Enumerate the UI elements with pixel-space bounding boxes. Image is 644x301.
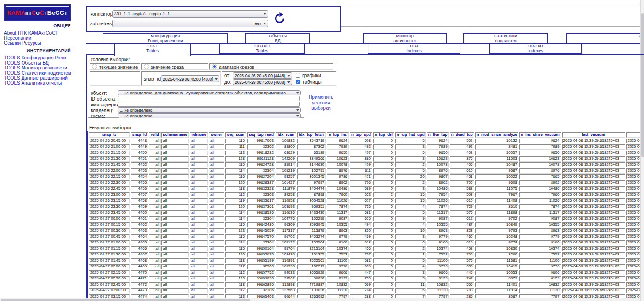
subtab-1[interactable]: OBJTables [114,44,191,56]
column-header[interactable]: n_tup_ins [327,132,349,138]
table-row: 2025-04-27 00:30:004463allallallall12399… [89,228,644,233]
table-cell: 9650 [427,150,449,156]
table-cell: all [209,204,224,209]
sidebar-link-tools-3[interactable]: TOOLS Монитор активности [4,66,71,71]
column-header[interactable]: relname [190,132,208,138]
table-cell: 10486 [427,186,449,192]
table-cell: 99621128 [247,156,275,162]
table-cell: 7874 [327,204,349,209]
table-cell: 99633617 [247,198,275,204]
table-cell: 65189 [297,150,326,156]
table-cell: 6 [395,240,426,245]
owner-select[interactable]: ... не определено [118,107,301,113]
table-cell: 2025-04-08 10:39:26.658245+03 [562,228,625,233]
table-cell: 639 [350,264,372,269]
schema-select[interactable]: ... не определено [118,113,301,118]
table-header-row: snap_tssnap_idrelidschemanamerelnameowne… [89,132,644,138]
tab-5[interactable]: СтатистикиОбъектов [566,33,644,43]
column-header[interactable]: schemaname [161,132,189,138]
column-header[interactable]: owner [209,132,224,138]
radio-icon[interactable] [144,64,149,69]
table-row: 2025-04-26 23:15:004458allallallall11999… [89,198,644,204]
chevron-down-icon [215,78,218,80]
column-header[interactable]: relid [149,132,161,138]
column-header[interactable]: seq_tup_read [247,132,275,138]
sidebar-link-general-1[interactable]: About ПТК КАМАктСоСТ [4,31,58,36]
sidebar-link-tools-1[interactable]: TOOLS Конфигурация Роли [4,56,71,61]
radio-option-3[interactable]: диапазон срезов [209,63,334,70]
horizontal-scrollbar-thumb[interactable] [1,299,250,301]
table-cell: 7967 [475,192,518,197]
column-header[interactable]: seq_scan [225,132,246,138]
tab-4[interactable]: Статистикиподсистем [463,33,548,43]
object-select[interactable]: ... не определено, для диапазона - сумми… [118,90,301,95]
table-cell: 0 [373,180,394,185]
radio-icon[interactable] [212,64,217,69]
refresh-icon[interactable] [273,12,286,27]
table-cell: 576 [450,258,474,264]
column-header[interactable]: n_ins_since_vacuum [519,132,561,138]
radio-option-2[interactable]: значение среза [141,63,208,70]
horizontal-scrollbar[interactable] [0,298,640,301]
column-header[interactable]: snap_ts [89,132,130,138]
table-cell: 96898 [297,276,326,281]
table-row: 2025-04-26 20:45:004448allallallall11599… [89,139,644,144]
tab-3[interactable]: Мониторактивности [363,33,447,43]
graphs-checkbox[interactable] [296,73,300,78]
subtab-2[interactable]: OBJ I/OTables [219,44,305,54]
table-cell: all [209,228,224,233]
column-header[interactable]: idx_tup_fetch [297,132,326,138]
sidebar-link-general-3[interactable]: Ссылки Ресурсы [4,41,58,46]
table-cell: 103693 [276,204,296,209]
table-cell: 4455 [131,180,148,185]
radio-option-1[interactable]: текущее значение [90,63,140,70]
table-cell: all [190,156,208,162]
table-cell: 8976 [327,168,349,174]
table-cell: 2025-04-08 10:39:26.658245+03 [562,174,625,180]
to-select[interactable]: 2025-04-29 08:45:00 [4688] [233,79,292,85]
column-header[interactable]: n_mod_since_analyze [475,132,518,138]
sidebar-link-tools-5[interactable]: TOOLS Данные расширений [4,76,71,81]
column-header[interactable]: last_vacuum [562,132,625,138]
vertical-scrollbar-thumb[interactable] [641,13,644,157]
table-cell: 114 [225,240,246,245]
table-cell: 2025-04-08 10:39:26.658245+03 [562,222,625,228]
name-contains-input[interactable] [118,102,300,107]
table-cell: all [190,204,208,209]
table-cell: 3215164 [297,246,326,252]
column-header[interactable]: n_live_tup [427,132,449,138]
column-header[interactable]: n_tup_hot_upd [395,132,426,138]
vertical-scrollbar[interactable] [640,0,644,301]
column-header[interactable]: n_dead_tup [450,132,474,138]
table-cell: 569 [350,282,372,288]
subtab-3[interactable]: OBJIndexes [368,44,460,54]
table-cell: 8902 [427,180,449,185]
table-cell: all [149,192,161,197]
subtab-4[interactable]: OBJ I/OIndexes [489,44,582,54]
table-cell: 10132 [475,139,518,144]
autorefresh-select[interactable]: нет [112,20,268,27]
apply-filter-link[interactable]: Применить условия выборки [305,94,337,111]
column-header[interactable]: n_tup_del [373,132,394,138]
column-header[interactable]: idx_scan [276,132,296,138]
column-header[interactable]: snap_id [131,132,148,138]
table-row: 2025-04-27 02:45:004472allallallall11899… [89,282,644,288]
table-cell: 32304 [247,168,275,174]
table-cell: all [209,139,224,144]
object-id-input[interactable] [118,96,300,101]
column-header[interactable]: n_tup_upd [350,132,372,138]
tab-1[interactable]: КонфигурацияРоли, привелегии [103,33,228,43]
tab-2[interactable]: ОбъектыБД [245,33,310,43]
radio-icon[interactable] [92,64,97,69]
table-cell: 104776 [276,216,296,221]
app-screen: КАМАктСоСт БеССт ОБЩЕЕ About ПТК КАМАктС… [0,0,644,301]
tables-checkbox[interactable]: ✓ [296,80,300,84]
table-cell: 2025-04-27 02:30:00 [89,276,130,281]
connector-select[interactable]: A01_1_1_crypta1 - crypta_1_1 [112,10,268,18]
table-cell: 7665 [519,174,561,180]
sidebar-link-tools-6[interactable]: TOOLS Аналитика отчёты [4,81,71,86]
from-select[interactable]: 2025-04-26 20:45:00 [4448] [233,72,292,79]
table-cell: 5 [395,168,426,174]
table-cell: 142269 [276,156,296,162]
snap-id-select[interactable]: 2025-04-29 06:45:00 [4680] [161,75,219,82]
